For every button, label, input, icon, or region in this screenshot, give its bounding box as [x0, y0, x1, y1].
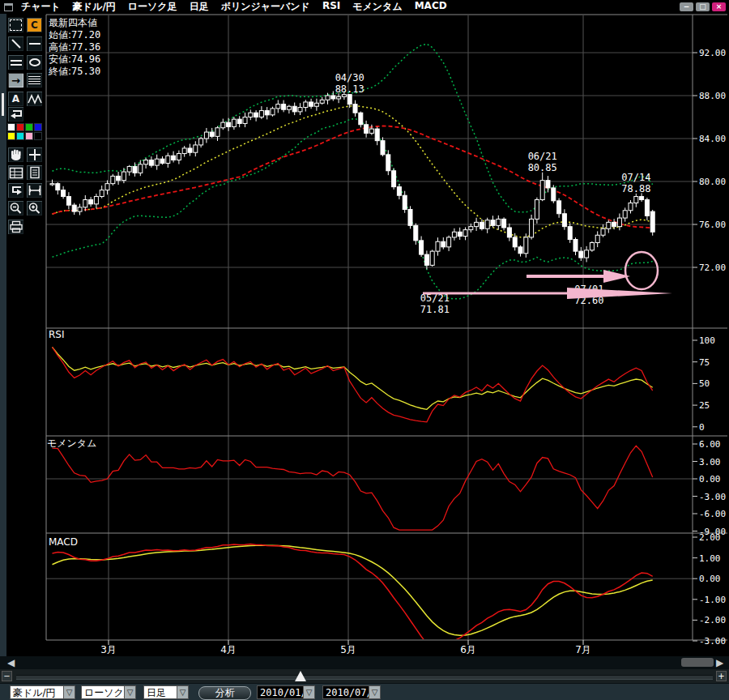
chart-type-select[interactable]: ローソク足 ▽ — [81, 685, 136, 699]
pink-arrow-head[interactable] — [567, 288, 672, 299]
menu-item[interactable]: 日足 — [190, 0, 209, 14]
menu-item[interactable]: ローソク足 — [128, 0, 177, 14]
menu-item[interactable]: MACD — [415, 0, 447, 14]
chart-scrollbar[interactable]: ◀ ▶ — [0, 656, 729, 669]
color-swatch[interactable] — [7, 123, 15, 131]
grid-view-button[interactable] — [7, 164, 24, 181]
rotate-tool-button[interactable] — [7, 182, 24, 198]
select-region-icon — [10, 19, 22, 31]
zoom-slider-row: − + — [0, 669, 729, 683]
y-tick-label: 25 — [699, 400, 710, 411]
rsi-slow-line — [53, 348, 653, 410]
scroll-right-button[interactable]: ▶ — [716, 657, 723, 668]
app-window-icon — [4, 3, 13, 11]
c-icon: C — [31, 20, 38, 30]
horizontal-line-icon — [29, 43, 40, 45]
zigzag-icon — [28, 93, 42, 105]
horizontal-line-tool-button[interactable] — [26, 36, 43, 52]
maximize-button[interactable]: □ — [696, 2, 710, 11]
dropdown-arrow-icon[interactable]: ▽ — [63, 685, 75, 699]
color-swatch[interactable] — [25, 132, 33, 140]
menu-item[interactable]: 豪ドル/円 — [73, 0, 116, 14]
y-tick-label: 3.00 — [699, 457, 721, 467]
zoom-slider-track[interactable] — [16, 675, 713, 680]
trend-line-icon — [11, 39, 20, 48]
chart-canvas[interactable]: 04/3088.1305/2171.8106/2180.8507/0172.60… — [0, 0, 729, 656]
y-tick-label: 76.00 — [699, 220, 726, 230]
dropdown-arrow-icon[interactable]: ▽ — [177, 685, 189, 699]
y-tick-label: 0 — [699, 422, 705, 433]
menu-bar: チャート豪ドル/円ローソク足日足ボリンジャーバンドRSIモメンタムMACD — [21, 0, 447, 14]
y-tick-label: 6.00 — [699, 439, 721, 450]
rsi-fast-line — [53, 347, 653, 422]
measure-width-icon — [28, 184, 42, 197]
grid-icon — [9, 167, 23, 179]
dropdown-arrow-icon[interactable]: ▽ — [124, 685, 136, 699]
chart-annotation: 06/21 — [528, 151, 557, 162]
candle-color-tool-button[interactable]: C — [26, 17, 43, 33]
color-swatch[interactable] — [16, 132, 24, 140]
measure-width-button[interactable] — [26, 182, 43, 198]
menu-item[interactable]: モメンタム — [352, 0, 402, 14]
print-button[interactable] — [7, 219, 24, 235]
analyze-button[interactable]: 分析 — [198, 686, 251, 700]
menu-item[interactable]: チャート — [21, 0, 61, 14]
zoom-in-button[interactable] — [26, 200, 43, 216]
month-label: 4月 — [220, 644, 237, 655]
zoom-slider-minus-button[interactable]: − — [2, 671, 12, 681]
drawing-toolbar: C → A — [7, 17, 45, 649]
dropdown-arrow-icon[interactable]: ▽ — [303, 685, 315, 699]
quote-panel: 最新四本値 始値:77.20高値:77.36安値:74.96終値:75.30 — [49, 17, 100, 78]
zoom-in-icon — [28, 202, 41, 215]
close-button[interactable]: × — [712, 2, 726, 11]
select-region-tool-button[interactable] — [7, 17, 24, 33]
color-swatch[interactable] — [7, 132, 15, 140]
minimize-button[interactable]: − — [680, 2, 693, 11]
color-swatch[interactable] — [25, 123, 33, 131]
y-tick-label: -3.00 — [699, 636, 726, 647]
color-swatch[interactable] — [34, 132, 42, 140]
trend-line-tool-button[interactable] — [7, 36, 24, 52]
macd-line — [53, 544, 653, 647]
undo-tool-button[interactable] — [7, 106, 24, 122]
chart-type-select-value: ローソク足 — [81, 685, 124, 699]
zoom-slider-thumb[interactable] — [295, 671, 306, 681]
parallel-lines-tool-button[interactable] — [7, 54, 24, 70]
zoom-slider-plus-button[interactable]: + — [716, 671, 727, 681]
zoom-out-button[interactable] — [7, 200, 24, 216]
y-tick-label: 75 — [699, 357, 710, 368]
y-tick-label: 80.00 — [699, 177, 726, 187]
scroll-left-button[interactable]: ◀ — [7, 657, 15, 668]
titlebar: チャート豪ドル/円ローソク足日足ボリンジャーバンドRSIモメンタムMACD − … — [0, 0, 729, 14]
menu-item[interactable]: ボリンジャーバンド — [221, 0, 310, 14]
color-swatch[interactable] — [16, 123, 24, 131]
crosshair-tool-button[interactable] — [26, 147, 43, 163]
y-tick-label: -1.00 — [699, 595, 726, 605]
memo-button[interactable] — [26, 164, 43, 181]
hand-tool-button[interactable] — [7, 147, 24, 163]
symbol-select[interactable]: 豪ドル/円 ▽ — [10, 685, 75, 699]
pink-arrow-annotation[interactable] — [526, 275, 603, 278]
fibonacci-lines-tool-button[interactable] — [26, 72, 43, 88]
arrow-tool-button[interactable]: → — [7, 72, 24, 88]
timeframe-select-value: 日足 — [143, 685, 177, 699]
quote-title: 最新四本値 — [49, 17, 100, 29]
quote-row: 高値:77.36 — [49, 41, 100, 53]
text-tool-button[interactable]: A — [7, 91, 24, 107]
pink-arrow-annotation[interactable] — [423, 292, 567, 295]
pink-circle-annotation[interactable] — [625, 252, 658, 289]
y-tick-label: 84.00 — [699, 134, 726, 144]
date-to-select[interactable]: 2010/07/18 ▽ — [322, 685, 381, 699]
color-swatch[interactable] — [34, 123, 42, 131]
dropdown-arrow-icon[interactable]: ▽ — [369, 685, 381, 699]
timeframe-select[interactable]: 日足 ▽ — [143, 685, 189, 699]
y-tick-label: -6.00 — [699, 509, 726, 519]
menu-item[interactable]: RSI — [322, 0, 340, 14]
chart-annotation: 71.81 — [420, 304, 450, 315]
memo-icon — [28, 166, 41, 179]
zigzag-tool-button[interactable] — [26, 91, 43, 107]
date-from-select[interactable]: 2010/01/18 ▽ — [257, 685, 315, 699]
month-label: 3月 — [100, 644, 117, 655]
ellipse-tool-button[interactable] — [26, 54, 43, 70]
scrollbar-thumb[interactable] — [681, 658, 714, 667]
